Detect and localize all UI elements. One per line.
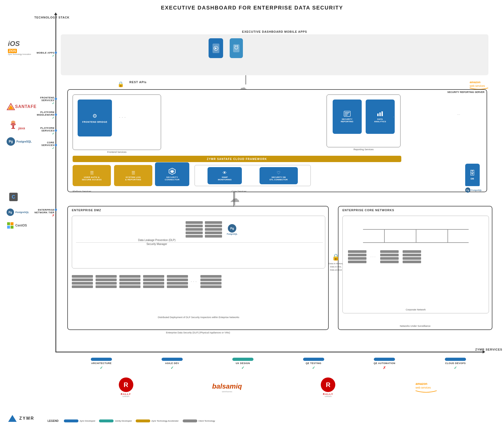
- pg-icon: Pg: [7, 137, 15, 146]
- dr-1-3: [72, 282, 93, 285]
- legend-jointly: Jointly Developed: [99, 419, 131, 422]
- security-db-icon: ♡: [277, 170, 280, 175]
- rally-sub-1: software: [123, 395, 129, 397]
- snmp-icon: 👁: [223, 171, 227, 175]
- legend-zymr-developed: Zymr Developed: [64, 419, 95, 422]
- rest-apis-label: REST APIs: [129, 81, 147, 84]
- postgresql-bottom-logo: Pg PostgreSQL: [7, 209, 29, 216]
- svg-rect-24: [345, 112, 350, 113]
- cr-3-3: [403, 257, 421, 260]
- mobile-apps-section: EXECUTIVE DASHBOARD MOBILE APPS: [61, 34, 488, 75]
- cr-1-2: [348, 254, 366, 256]
- dist-rack-3: [119, 275, 140, 288]
- db-pg-icon: Pg: [465, 187, 470, 193]
- cr-3-1: [403, 250, 421, 253]
- service-architecture: ARCHITECTURE ✓: [91, 358, 112, 370]
- rack-2-1: [205, 221, 222, 224]
- platform-services-label: Platform Services: [73, 190, 91, 193]
- legend-text-gold: Zymr Technology Accelerator: [152, 420, 179, 422]
- dist-rack-4: [143, 275, 164, 288]
- data-motion-labels: Data-in-Motion,Data-in-Use,Data-at-Rest: [329, 262, 343, 272]
- dr-2-4: [96, 285, 117, 288]
- dr-3-4: [119, 285, 140, 288]
- zios-subtext: Zymr Technology Innovation: [8, 53, 31, 55]
- dlp-inner-box: Data Leakage Prevention (DLP)Security Ma…: [72, 216, 325, 268]
- zymr-text: ZYMR: [19, 416, 34, 421]
- data-lock-area: 🔒 Data-in-Motion,Data-in-Use,Data-at-Res…: [329, 253, 343, 272]
- system-log-icon: ☰: [131, 170, 135, 175]
- dr-4-3: [143, 282, 164, 285]
- dr-1-4: [72, 285, 93, 288]
- ios-logo: iOS: [8, 40, 31, 48]
- legend-text-gray: Client Technology: [199, 420, 215, 422]
- framework-label: ZYMR SANTAFE CLOUD FRAMEWORK: [207, 158, 267, 161]
- svg-rect-14: [233, 44, 239, 52]
- dist-rack-5: [167, 275, 188, 288]
- svg-rect-28: [379, 112, 381, 116]
- legend-bar-blue: [64, 419, 78, 422]
- bottom-services-row: ARCHITECTURE ✓ AGILE DEV ✓ UX DESIGN ✓ Q…: [66, 358, 491, 370]
- santafe-logo: SANTAFE: [7, 103, 36, 110]
- mobile-apps-label: EXECUTIVE DASHBOARD MOBILE APPS: [242, 30, 307, 33]
- dr-4-4: [143, 285, 164, 288]
- tier-dot-frontend: [55, 98, 57, 100]
- svg-text:amazon: amazon: [470, 81, 481, 84]
- rally-circle-2: R: [321, 377, 335, 392]
- dr-3-1: [119, 275, 140, 278]
- dr-6-4: [200, 285, 222, 288]
- tier-label-enterprise: ENTERPRISENETWORK TIER ✗: [31, 209, 54, 217]
- dr-4-1: [143, 275, 164, 278]
- tier-dot-platform-mw: [55, 114, 57, 116]
- centos-logo: CentOS: [7, 222, 27, 229]
- reporting-dots: ···: [393, 115, 396, 119]
- arch-box: SECURITY REPORTING SERVER ⚙ FRONTEND BRI…: [67, 89, 487, 192]
- frontend-bridge-label: FRONTEND BRIDGE: [82, 121, 107, 123]
- dlp-pg-text: PostgreSQL: [227, 233, 237, 235]
- db-cylinder: 🗄 DB: [465, 164, 480, 186]
- rally-logo-1: R RALLY software: [119, 377, 133, 397]
- tier-dot-platform-svc: [55, 129, 57, 132]
- cr-3-2: [403, 254, 421, 256]
- agile-bar: [162, 358, 183, 361]
- rack-2-4: [205, 232, 222, 234]
- dlp-server-racks: Pg PostgreSQL: [186, 221, 237, 238]
- dlp-pg-area: Pg PostgreSQL: [227, 221, 237, 238]
- dlp-divider: [76, 242, 323, 243]
- line-arch-to-cloud: [234, 192, 235, 205]
- cloud-devops-name: CLOUD DEVOPS: [445, 362, 466, 365]
- corp-rack-1: [348, 250, 366, 263]
- ios-logo-area: iOS ZIOS Zymr Technology Innovation: [8, 40, 31, 55]
- cr-2-3: [380, 257, 399, 260]
- user-auth-icon: ☰: [90, 170, 94, 175]
- ux-bar: [232, 358, 253, 361]
- net-vert-2: [416, 229, 416, 242]
- legend-text-blue: Zymr Developed: [80, 420, 95, 422]
- legend-bar-teal: [99, 419, 114, 422]
- centos-text: CentOS: [15, 224, 27, 227]
- cr-3-4: [403, 261, 421, 263]
- svg-rect-7: [11, 222, 13, 225]
- dr-6-3: [200, 282, 222, 285]
- arch-name: ARCHITECTURE: [91, 362, 111, 365]
- cloud-devops-check: ✓: [454, 366, 457, 370]
- qe-auto-cross: ✗: [383, 366, 386, 370]
- aws-bottom-logo: amazon web services: [414, 380, 438, 395]
- frontend-bridge-icon: ⚙: [92, 113, 97, 119]
- service-ux: UX DESIGN ✓: [232, 358, 253, 370]
- santafe-text: SANTAFE: [15, 104, 36, 109]
- security-reporting-label: SECURITYREPORTING: [341, 118, 354, 123]
- tier-label-platform-mw: PLATFORMMIDDLEWARE ✓: [31, 111, 54, 120]
- santafe-icon: [7, 103, 15, 110]
- db-pg-logo: Pg PostgreSQL: [465, 187, 482, 193]
- corp-dots: ···: [370, 250, 376, 263]
- snmp-label: SNMPMONITORING: [218, 176, 232, 181]
- dr-3-3: [119, 282, 140, 285]
- horizontal-axis-arrow: [55, 352, 483, 352]
- snmp-monitoring-box: 👁 SNMPMONITORING: [208, 167, 242, 184]
- svg-text:web services: web services: [469, 84, 485, 87]
- data-analytics-box: DATAANALYTICS: [366, 100, 395, 134]
- dist-rack-1: [72, 275, 93, 288]
- aws-bottom-icon: amazon web services: [414, 380, 438, 395]
- rack-group-1: [186, 221, 203, 238]
- svg-rect-26: [345, 115, 347, 115]
